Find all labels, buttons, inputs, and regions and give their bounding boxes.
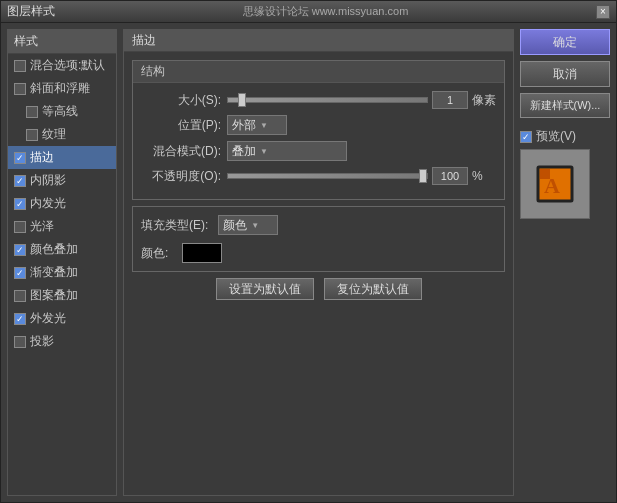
stroke-panel-content: 结构 大小(S): 像素 (124, 52, 513, 308)
position-arrow-icon: ▼ (260, 121, 268, 130)
size-row: 大小(S): 像素 (141, 91, 496, 109)
fill-type-arrow-icon: ▼ (251, 221, 259, 230)
checkbox-contour[interactable] (26, 106, 38, 118)
sidebar: 样式 混合选项:默认 斜面和浮雕 等高线 纹理 描边 (7, 29, 117, 496)
fill-type-label: 填充类型(E): (141, 217, 208, 234)
sidebar-label-color-overlay: 颜色叠加 (30, 241, 78, 258)
sidebar-item-blend-options[interactable]: 混合选项:默认 (8, 54, 116, 77)
preview-checkbox[interactable] (520, 131, 532, 143)
sidebar-item-outer-glow[interactable]: 外发光 (8, 307, 116, 330)
main-panel: 描边 结构 大小(S): 像素 (123, 29, 514, 496)
blend-mode-value: 叠加 (232, 143, 256, 160)
sidebar-item-color-overlay[interactable]: 颜色叠加 (8, 238, 116, 261)
opacity-row: 不透明度(O): % (141, 167, 496, 185)
sidebar-item-inner-shadow[interactable]: 内阴影 (8, 169, 116, 192)
set-default-button[interactable]: 设置为默认值 (216, 278, 314, 300)
sidebar-label-outer-glow: 外发光 (30, 310, 66, 327)
sidebar-item-stroke[interactable]: 描边 (8, 146, 116, 169)
sidebar-label-blend-options: 混合选项:默认 (30, 57, 105, 74)
preview-icon: A (530, 159, 580, 209)
size-unit: 像素 (472, 92, 496, 109)
fill-panel: 填充类型(E): 颜色 ▼ 颜色: (132, 206, 505, 272)
sidebar-item-contour[interactable]: 等高线 (8, 100, 116, 123)
position-row: 位置(P): 外部 ▼ (141, 115, 496, 135)
sidebar-label-pattern-overlay: 图案叠加 (30, 287, 78, 304)
checkbox-color-overlay[interactable] (14, 244, 26, 256)
sidebar-label-drop-shadow: 投影 (30, 333, 54, 350)
color-swatch[interactable] (182, 243, 222, 263)
preview-box: A (520, 149, 590, 219)
blend-mode-arrow-icon: ▼ (260, 147, 268, 156)
sidebar-label-contour: 等高线 (42, 103, 78, 120)
structure-subpanel: 结构 大小(S): 像素 (132, 60, 505, 200)
size-label: 大小(S): (141, 92, 221, 109)
checkbox-inner-glow[interactable] (14, 198, 26, 210)
new-style-button[interactable]: 新建样式(W)... (520, 93, 610, 118)
fill-type-value: 颜色 (223, 217, 247, 234)
checkbox-inner-shadow[interactable] (14, 175, 26, 187)
size-input[interactable] (432, 91, 468, 109)
opacity-label: 不透明度(O): (141, 168, 221, 185)
checkbox-outer-glow[interactable] (14, 313, 26, 325)
preview-label-text: 预览(V) (536, 128, 576, 145)
preview-section: 预览(V) A (520, 128, 610, 219)
stroke-panel-title: 描边 (124, 30, 513, 52)
sidebar-label-gradient-overlay: 渐变叠加 (30, 264, 78, 281)
sidebar-label-inner-glow: 内发光 (30, 195, 66, 212)
preview-label-row: 预览(V) (520, 128, 576, 145)
size-slider-container: 像素 (227, 91, 496, 109)
color-row: 颜色: (141, 243, 496, 263)
opacity-slider-container: % (227, 167, 496, 185)
fill-type-row: 填充类型(E): 颜色 ▼ (141, 215, 496, 235)
position-label: 位置(P): (141, 117, 221, 134)
opacity-unit: % (472, 169, 496, 183)
sidebar-item-bevel-emboss[interactable]: 斜面和浮雕 (8, 77, 116, 100)
layer-style-window: 图层样式 思缘设计论坛 www.missyuan.com × 样式 混合选项:默… (0, 0, 617, 503)
checkbox-drop-shadow[interactable] (14, 336, 26, 348)
title-bar: 图层样式 思缘设计论坛 www.missyuan.com × (1, 1, 616, 23)
sidebar-item-satin[interactable]: 光泽 (8, 215, 116, 238)
sidebar-item-pattern-overlay[interactable]: 图案叠加 (8, 284, 116, 307)
size-slider[interactable] (227, 97, 428, 103)
checkbox-satin[interactable] (14, 221, 26, 233)
blend-mode-label: 混合模式(D): (141, 143, 221, 160)
sidebar-header: 样式 (8, 30, 116, 54)
checkbox-pattern-overlay[interactable] (14, 290, 26, 302)
fill-type-select[interactable]: 颜色 ▼ (218, 215, 278, 235)
right-panel: 确定 取消 新建样式(W)... 预览(V) A (520, 29, 610, 496)
sidebar-label-inner-shadow: 内阴影 (30, 172, 66, 189)
position-value: 外部 (232, 117, 256, 134)
stroke-panel: 描边 结构 大小(S): 像素 (123, 29, 514, 496)
sidebar-item-drop-shadow[interactable]: 投影 (8, 330, 116, 353)
position-select[interactable]: 外部 ▼ (227, 115, 287, 135)
sidebar-label-texture: 纹理 (42, 126, 66, 143)
window-title: 图层样式 (7, 3, 55, 20)
structure-title: 结构 (133, 61, 504, 83)
blend-mode-row: 混合模式(D): 叠加 ▼ (141, 141, 496, 161)
opacity-slider[interactable] (227, 173, 428, 179)
reset-default-button[interactable]: 复位为默认值 (324, 278, 422, 300)
checkbox-blend-options[interactable] (14, 60, 26, 72)
sidebar-label-bevel-emboss: 斜面和浮雕 (30, 80, 90, 97)
opacity-input[interactable] (432, 167, 468, 185)
blend-mode-select[interactable]: 叠加 ▼ (227, 141, 347, 161)
checkbox-bevel-emboss[interactable] (14, 83, 26, 95)
title-watermark: 思缘设计论坛 www.missyuan.com (243, 4, 409, 19)
bottom-buttons: 设置为默认值 复位为默认值 (132, 278, 505, 300)
sidebar-label-satin: 光泽 (30, 218, 54, 235)
svg-text:A: A (544, 173, 560, 198)
window-content: 样式 混合选项:默认 斜面和浮雕 等高线 纹理 描边 (1, 23, 616, 502)
sidebar-label-stroke: 描边 (30, 149, 54, 166)
sidebar-item-inner-glow[interactable]: 内发光 (8, 192, 116, 215)
checkbox-gradient-overlay[interactable] (14, 267, 26, 279)
close-button[interactable]: × (596, 5, 610, 19)
checkbox-texture[interactable] (26, 129, 38, 141)
ok-button[interactable]: 确定 (520, 29, 610, 55)
structure-content: 大小(S): 像素 位置(P): (133, 83, 504, 199)
sidebar-item-gradient-overlay[interactable]: 渐变叠加 (8, 261, 116, 284)
cancel-button[interactable]: 取消 (520, 61, 610, 87)
color-label: 颜色: (141, 245, 168, 262)
checkbox-stroke[interactable] (14, 152, 26, 164)
sidebar-item-texture[interactable]: 纹理 (8, 123, 116, 146)
